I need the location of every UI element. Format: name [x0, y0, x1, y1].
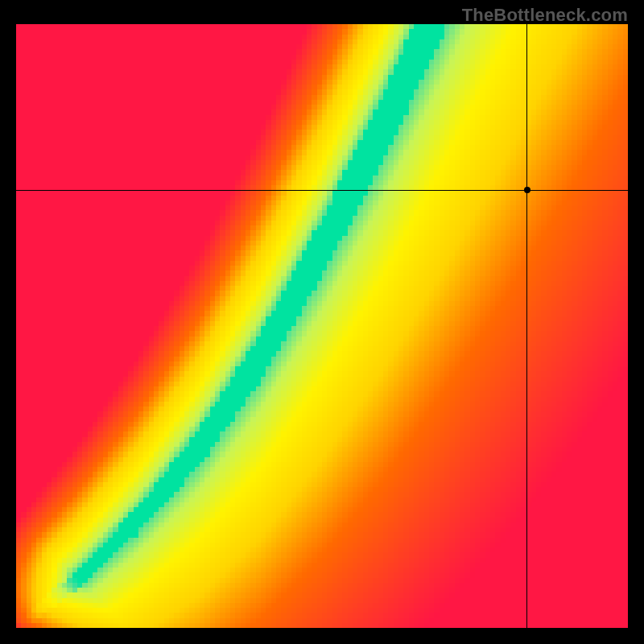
- watermark-text: TheBottleneck.com: [462, 5, 628, 26]
- marker-dot: [524, 187, 530, 193]
- heatmap-plot: [16, 24, 628, 628]
- crosshair-vertical: [526, 24, 527, 628]
- chart-container: TheBottleneck.com: [0, 0, 644, 644]
- crosshair-horizontal: [16, 190, 628, 191]
- heatmap-canvas: [16, 24, 628, 628]
